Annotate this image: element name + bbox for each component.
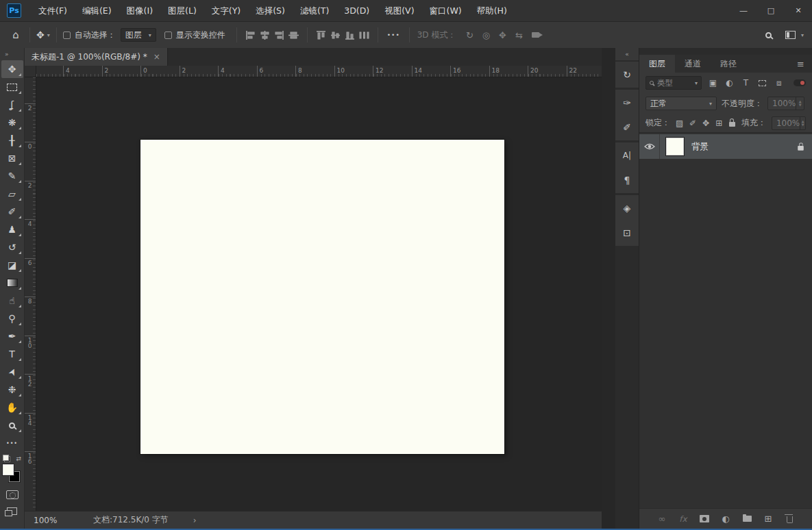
eraser-tool[interactable]: ◪ [1, 256, 23, 274]
menu-item-view[interactable]: 视图(V) [377, 0, 421, 21]
eyedropper-tool[interactable]: ✎ [1, 167, 23, 185]
lock-paint-icon[interactable]: ✐ [689, 118, 696, 128]
home-icon[interactable]: ⌂ [8, 29, 23, 41]
add-layer-mask-icon[interactable] [699, 515, 710, 522]
layer-row-background[interactable]: 背景 [639, 134, 812, 159]
lock-position-icon[interactable]: ✥ [702, 118, 710, 128]
paragraph-panel-icon[interactable]: ¶ [619, 173, 635, 188]
lasso-tool[interactable]: ʆ [1, 96, 23, 114]
filter-type-layers-icon[interactable]: T [741, 78, 751, 88]
new-layer-icon[interactable]: ⊞ [763, 514, 774, 524]
3d-roll-icon[interactable]: ◎ [478, 30, 494, 40]
rectangular-marquee-tool[interactable] [1, 78, 23, 96]
layer-style-fx-icon[interactable]: fx [678, 514, 689, 524]
lock-transparency-icon[interactable]: ▨ [676, 118, 683, 128]
quick-selection-tool[interactable]: ❋ [1, 114, 23, 131]
document-tab[interactable]: 未标题-1 @ 100%(RGB/8#) * × [25, 48, 168, 66]
custom-shape-tool[interactable]: ❉ [1, 381, 23, 399]
foreground-color-swatch[interactable] [3, 464, 14, 475]
pen-tool[interactable]: ✒ [1, 327, 23, 345]
align-right-edges-icon[interactable] [272, 28, 286, 42]
tab-paths[interactable]: 路径 [711, 55, 746, 73]
filter-pixel-layers-icon[interactable]: ▣ [708, 78, 718, 88]
screen-mode-button[interactable] [7, 507, 17, 515]
spot-healing-brush-tool[interactable]: ▱ [1, 185, 23, 203]
filter-smart-objects-icon[interactable]: ⧈ [774, 78, 784, 88]
menu-item-file[interactable]: 文件(F) [31, 0, 75, 21]
ruler-origin-corner[interactable] [25, 66, 36, 77]
quick-mask-mode-button[interactable] [6, 490, 19, 499]
menu-item-filter[interactable]: 滤镜(T) [293, 0, 336, 21]
status-options-chevron-icon[interactable]: › [193, 516, 197, 525]
history-brush-tool[interactable]: ↺ [1, 238, 23, 256]
minimize-button[interactable]: ― [730, 0, 757, 21]
menu-item-select[interactable]: 选择(S) [248, 0, 293, 21]
3d-slide-icon[interactable]: ⇆ [510, 30, 527, 40]
gradient-tool[interactable] [1, 274, 23, 292]
search-icon[interactable] [761, 32, 776, 38]
crop-tool[interactable]: ╂ [1, 131, 23, 149]
new-group-icon[interactable] [741, 516, 752, 522]
close-tab-icon[interactable]: × [153, 52, 160, 62]
tab-layers[interactable]: 图层 [639, 55, 675, 73]
lock-artboard-icon[interactable]: ⊞ [715, 118, 723, 128]
show-transform-checkbox[interactable]: 显示变换控件 [164, 29, 225, 41]
align-top-edges-icon[interactable] [314, 28, 328, 42]
layer-thumbnail[interactable] [666, 138, 684, 155]
more-options-icon[interactable]: ••• [384, 31, 403, 38]
align-left-edges-icon[interactable] [243, 28, 258, 42]
tab-channels[interactable]: 通道 [675, 55, 711, 73]
tool-preset-picker[interactable]: ✥ ▾ [36, 29, 50, 40]
stepper-icon[interactable]: ▲▼ [796, 97, 804, 110]
filter-shape-layers-icon[interactable] [757, 80, 767, 86]
brush-tool[interactable]: ✐ [1, 203, 23, 220]
move-tool[interactable]: ✥ [1, 60, 23, 78]
close-button[interactable]: ✕ [785, 0, 812, 21]
layer-filter-toggle[interactable] [793, 79, 806, 86]
default-colors-icon[interactable] [3, 455, 10, 462]
dodge-tool[interactable]: ⚲ [1, 310, 23, 327]
3d-panel-icon[interactable]: ◈ [619, 201, 635, 216]
edit-toolbar-button[interactable]: ••• [1, 434, 23, 452]
fill-value-field[interactable]: 100% ▲▼ [772, 116, 806, 130]
panel-menu-icon[interactable]: ≡ [789, 55, 812, 73]
toolbar-collapse-button[interactable]: » [0, 48, 24, 60]
auto-select-target-dropdown[interactable]: 图层 ▾ [121, 28, 156, 42]
stepper-icon[interactable]: ▲▼ [800, 117, 805, 129]
menu-item-image[interactable]: 图像(I) [119, 0, 160, 21]
align-vertical-centers-icon[interactable] [286, 28, 301, 42]
filter-type-dropdown[interactable]: 类型 ▾ [645, 76, 702, 90]
document-canvas[interactable] [140, 140, 504, 454]
opacity-value-field[interactable]: 100% ▲▼ [767, 97, 804, 110]
menu-item-3d[interactable]: 3D(D) [336, 0, 377, 21]
history-panel-icon[interactable]: ↻ [619, 67, 635, 82]
maximize-button[interactable]: □ [757, 0, 785, 21]
vertical-ruler[interactable]: 2024681 01 21 41 6 [25, 77, 36, 511]
menu-item-help[interactable]: 帮助(H) [469, 0, 515, 21]
link-layers-icon[interactable]: ∞ [656, 514, 667, 524]
3d-pan-icon[interactable]: ✥ [494, 30, 510, 40]
menu-item-window[interactable]: 窗口(W) [422, 0, 469, 21]
align-horizontal-centers-icon[interactable] [258, 28, 272, 42]
character-panel-icon[interactable]: A| [619, 148, 635, 163]
workspace-switcher-icon[interactable] [783, 31, 798, 39]
brushes-panel-icon[interactable]: ✐ [619, 120, 635, 135]
layer-lock-icon[interactable] [798, 140, 804, 153]
delete-layer-icon[interactable] [784, 514, 795, 523]
clone-stamp-tool[interactable]: ♟ [1, 220, 23, 238]
layer-visibility-eye-icon[interactable] [639, 134, 660, 159]
3d-orbit-icon[interactable]: ↻ [461, 30, 478, 40]
align-bottom-edges-icon[interactable] [343, 28, 357, 42]
zoom-level-field[interactable]: 100% [25, 516, 67, 525]
auto-select-checkbox[interactable]: 自动选择： [63, 29, 116, 41]
menu-item-layer[interactable]: 图层(L) [160, 0, 204, 21]
hand-tool[interactable]: ✋ [1, 399, 23, 416]
brush-settings-panel-icon[interactable]: ✑ [619, 95, 635, 110]
swap-colors-icon[interactable]: ⇄ [16, 455, 21, 462]
type-tool[interactable]: T [1, 345, 23, 363]
chevron-down-icon[interactable]: ▾ [801, 32, 804, 38]
menu-item-edit[interactable]: 编辑(E) [75, 0, 119, 21]
new-adjustment-layer-icon[interactable]: ◐ [720, 514, 731, 524]
menu-item-type[interactable]: 文字(Y) [204, 0, 248, 21]
expand-panels-button[interactable]: « [615, 48, 639, 60]
